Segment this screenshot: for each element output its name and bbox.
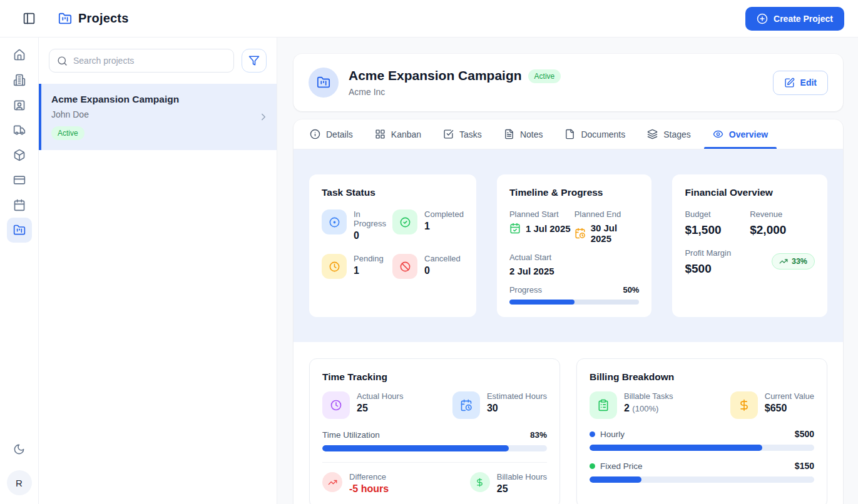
overview-summary-section: Task Status In Progress0 Completed1 <box>294 149 843 342</box>
field-label: Planned Start <box>509 209 575 219</box>
chevron-right-icon <box>258 111 269 123</box>
billing-row-hourly: Hourly $500 <box>590 429 814 439</box>
stat-cancelled: Cancelled0 <box>392 254 464 279</box>
field-value: 2 Jul 2025 <box>509 266 554 276</box>
info-icon <box>310 129 320 139</box>
topbar: Projects Create Project <box>0 0 858 38</box>
tab-overview[interactable]: Overview <box>713 119 768 149</box>
card-title: Billing Breakdown <box>590 371 814 383</box>
card-title: Time Tracking <box>322 371 547 383</box>
tab-kanban[interactable]: Kanban <box>375 119 421 149</box>
sidebar-item-billing[interactable] <box>7 168 32 193</box>
field-value: $1,500 <box>685 223 750 237</box>
tab-details[interactable]: Details <box>310 119 353 149</box>
search-icon <box>57 56 68 66</box>
circle-dot-icon <box>322 209 347 234</box>
hourly-bar <box>590 445 814 451</box>
project-header-card: Acme Expansion Campaign Active Acme Inc … <box>294 54 843 111</box>
card-title: Financial Overview <box>685 187 815 198</box>
utilization-label: Time Utilization <box>322 430 380 440</box>
dollar-icon <box>470 472 490 492</box>
stat-value: 1 <box>354 265 384 276</box>
stat-label: Completed <box>424 209 464 219</box>
file-text-icon <box>504 129 514 139</box>
project-header-texts: Acme Expansion Campaign Active Acme Inc <box>349 68 561 97</box>
tab-stages[interactable]: Stages <box>647 119 691 149</box>
utilization-percent: 83% <box>530 430 547 440</box>
edit-project-button[interactable]: Edit <box>773 71 828 95</box>
stat-billable-hours: Billable Hours25 <box>470 472 547 495</box>
progress-bar-fill <box>509 300 575 305</box>
field-value: 30 Jul 2025 <box>591 223 640 244</box>
trending-up-icon <box>322 472 342 492</box>
stat-value: 25 <box>357 403 403 414</box>
project-list-item[interactable]: Acme Expansion Campaign John Doe Active <box>39 84 277 150</box>
search-input[interactable] <box>73 56 226 66</box>
create-project-button[interactable]: Create Project <box>745 7 844 31</box>
clock-icon <box>322 254 347 279</box>
stat-value: -5 hours <box>349 483 389 495</box>
user-avatar[interactable]: R <box>7 470 32 495</box>
stat-value: 0 <box>424 265 461 276</box>
calendar-clock-icon <box>575 228 586 239</box>
stat-value: 2 <box>624 403 630 413</box>
sidebar-item-contacts[interactable] <box>7 93 32 118</box>
field-label: Budget <box>685 209 750 219</box>
truck-icon <box>13 124 26 136</box>
avatar-initial: R <box>16 478 23 488</box>
project-avatar <box>309 68 339 98</box>
planned-start: Planned Start 1 Jul 2025 <box>509 209 575 244</box>
sidebar-item-products[interactable] <box>7 143 32 168</box>
stat-pending: Pending1 <box>322 254 386 279</box>
time-tracking-card: Time Tracking Actual Hours25 Estimated H… <box>309 358 560 504</box>
field-value: $2,000 <box>750 223 815 237</box>
revenue-field: Revenue $2,000 <box>750 209 815 237</box>
stat-current-value: Current Value$650 <box>730 391 814 419</box>
tab-label: Kanban <box>391 129 421 139</box>
margin-percent-badge: 33% <box>772 253 815 270</box>
stat-value: 30 <box>487 403 547 414</box>
sidebar-item-projects[interactable] <box>7 218 32 243</box>
tab-tasks[interactable]: Tasks <box>443 119 482 149</box>
card-title: Task Status <box>322 187 464 198</box>
sidebar-item-calendar[interactable] <box>7 193 32 218</box>
package-icon <box>13 149 26 161</box>
credit-card-icon <box>13 174 26 186</box>
utilization-bar <box>322 445 547 451</box>
contact-card-icon <box>13 99 26 111</box>
billing-row-label: Hourly <box>600 430 625 439</box>
stat-difference: Difference-5 hours <box>322 472 389 495</box>
sidebar-item-deliveries[interactable] <box>7 118 32 143</box>
billing-row-amount: $150 <box>795 461 814 471</box>
stat-label: Current Value <box>765 391 814 401</box>
tab-notes[interactable]: Notes <box>504 119 543 149</box>
utilization-bar-fill <box>322 445 509 451</box>
tab-documents[interactable]: Documents <box>564 119 625 149</box>
tab-label: Tasks <box>459 129 482 139</box>
panel-left-icon <box>23 12 36 25</box>
calendar-clock-icon <box>452 391 480 419</box>
page-title: Projects <box>78 11 129 26</box>
tab-label: Documents <box>581 129 625 139</box>
calendar-icon <box>13 199 26 211</box>
sidebar-item-building[interactable] <box>7 68 32 93</box>
profit-margin-field: Profit Margin $500 <box>685 248 772 276</box>
fixed-price-bar-fill <box>590 476 641 483</box>
tab-bar: Details Kanban Tasks Notes <box>294 119 843 149</box>
tab-label: Details <box>326 129 353 139</box>
progress-label: Progress <box>509 285 542 295</box>
eye-icon <box>713 129 723 139</box>
folder-kanban-icon <box>317 76 330 89</box>
fixed-price-dot-icon <box>590 463 595 469</box>
square-check-icon <box>443 129 454 139</box>
stat-label: Actual Hours <box>357 391 403 401</box>
filter-button[interactable] <box>242 49 267 73</box>
billing-row-fixed-price: Fixed Price $150 <box>590 461 814 471</box>
tab-label: Stages <box>663 129 691 139</box>
home-icon <box>13 49 26 61</box>
funnel-icon <box>248 55 260 66</box>
sidebar-toggle-button[interactable] <box>20 9 38 28</box>
sidebar-item-home[interactable] <box>7 43 32 68</box>
overview-detail-section: Time Tracking Actual Hours25 Estimated H… <box>294 342 843 504</box>
dark-mode-toggle[interactable] <box>7 436 32 461</box>
